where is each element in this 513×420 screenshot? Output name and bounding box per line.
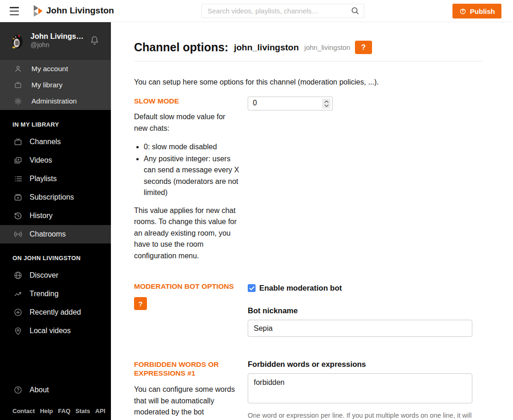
sidebar-item-label: Administration bbox=[31, 97, 77, 105]
section-title: IN MY LIBRARY bbox=[0, 121, 111, 128]
section-in-my-library: IN MY LIBRARY Channels bbox=[0, 121, 111, 243]
slow-mode-row: SLOW MODE Default slow mode value for ne… bbox=[134, 97, 483, 262]
instance-title[interactable]: John Livingston bbox=[46, 6, 114, 16]
sidebar-item-administration[interactable]: Administration bbox=[0, 93, 111, 109]
gear-icon bbox=[14, 97, 22, 105]
heading-divider bbox=[134, 61, 483, 61]
main-content: Channel options: john_livingston john_li… bbox=[111, 22, 513, 420]
enable-bot-checkbox[interactable] bbox=[248, 284, 256, 292]
sidebar-item-channels[interactable]: Channels bbox=[0, 133, 111, 151]
person-icon bbox=[14, 65, 22, 73]
sidebar-item-label: Channels bbox=[30, 138, 61, 146]
page-heading: Channel options: john_livingston john_li… bbox=[134, 41, 483, 54]
sidebar-item-label: History bbox=[30, 212, 53, 220]
user-area[interactable]: John Livings… @john bbox=[0, 22, 111, 59]
app-window: John Livingston Publish bbox=[0, 0, 513, 420]
sidebar-item-subscriptions[interactable]: Subscriptions bbox=[0, 188, 111, 207]
menu-toggle-icon[interactable] bbox=[10, 7, 19, 15]
search-input[interactable] bbox=[202, 4, 364, 18]
search-icon[interactable] bbox=[350, 6, 360, 15]
top-bar: John Livingston Publish bbox=[0, 0, 513, 22]
map-pin-home-icon bbox=[13, 326, 23, 335]
forbidden-words-title: FORBIDDEN WORDS OR EXPRESSIONS #1 bbox=[134, 360, 239, 377]
enable-bot-checkbox-row: Enable moderation bot bbox=[248, 284, 472, 292]
sidebar-item-recently-added[interactable]: Recently added bbox=[0, 303, 111, 322]
trending-icon bbox=[13, 289, 23, 298]
sidebar-item-label: Local videos bbox=[30, 327, 71, 335]
upload-icon bbox=[459, 7, 467, 15]
sidebar-item-discover[interactable]: Discover bbox=[0, 266, 111, 285]
sidebar-item-label: Recently added bbox=[30, 308, 81, 317]
sidebar-footer: Contact Help FAQ Stats API bbox=[0, 399, 111, 420]
section-title: ON JOHN LIVINGSTON bbox=[0, 255, 111, 262]
slow-mode-title: SLOW MODE bbox=[134, 97, 239, 105]
sidebar-item-label: Playlists bbox=[30, 175, 57, 183]
question-circle-icon bbox=[13, 385, 23, 395]
sidebar-item-about[interactable]: About bbox=[0, 381, 111, 399]
sidebar-item-label: My account bbox=[31, 65, 68, 73]
sidebar-item-local-videos[interactable]: Local videos bbox=[0, 322, 111, 340]
avatar[interactable] bbox=[8, 32, 26, 49]
list-item: Any positive integer: users can send a m… bbox=[144, 153, 239, 199]
peertube-logo-icon[interactable] bbox=[32, 5, 43, 17]
sidebar-item-label: Chatrooms bbox=[30, 230, 66, 238]
bot-nickname-input[interactable] bbox=[248, 320, 472, 337]
user-meta: John Livings… @john bbox=[31, 32, 84, 49]
moderation-bot-row: MODERATION BOT OPTIONS ? Enable moderati… bbox=[134, 282, 483, 337]
sidebar-item-playlists[interactable]: Playlists bbox=[0, 170, 111, 188]
user-name: John Livings… bbox=[31, 32, 84, 41]
search-box bbox=[202, 4, 364, 18]
forbidden-words-textarea[interactable]: forbidden bbox=[248, 373, 472, 403]
tv-icon bbox=[14, 81, 22, 89]
list-item: 0: slow mode disabled bbox=[144, 141, 239, 153]
sidebar-item-chatrooms[interactable]: Chatrooms bbox=[0, 225, 111, 243]
section-on-instance: ON JOHN LIVINGSTON Discover bbox=[0, 255, 111, 340]
playlists-icon bbox=[13, 174, 23, 183]
forbidden-words-description: You can configure some words that will b… bbox=[134, 384, 239, 420]
account-menu: My account My library bbox=[0, 59, 111, 110]
moderation-bot-help-button[interactable]: ? bbox=[134, 297, 147, 310]
sidebar-item-label: Discover bbox=[30, 271, 58, 280]
globe-icon bbox=[13, 271, 23, 280]
number-spinner[interactable] bbox=[322, 99, 330, 109]
footer-link-contact[interactable]: Contact bbox=[12, 408, 35, 414]
sidebar-item-history[interactable]: History bbox=[0, 207, 111, 225]
sidebar-item-label: Subscriptions bbox=[30, 193, 74, 201]
user-handle: @john bbox=[31, 41, 84, 49]
enable-bot-label[interactable]: Enable moderation bot bbox=[259, 284, 342, 292]
plus-circle-icon bbox=[13, 308, 23, 317]
forbidden-words-helper: One word or expression per line. If you … bbox=[248, 410, 472, 420]
slow-mode-value: 0 bbox=[253, 99, 257, 107]
sidebar-item-videos[interactable]: Videos bbox=[0, 151, 111, 170]
sidebar-item-label: Trending bbox=[30, 290, 59, 298]
bot-nickname-label: Bot nickname bbox=[248, 306, 472, 315]
slow-mode-description: Default slow mode value for new chats: bbox=[134, 111, 239, 134]
footer-link-stats[interactable]: Stats bbox=[75, 408, 90, 414]
publish-button[interactable]: Publish bbox=[452, 4, 501, 18]
sidebar-item-label: About bbox=[30, 386, 49, 394]
broadcast-icon bbox=[13, 230, 23, 239]
intro-text: You can setup here some options for this… bbox=[134, 78, 483, 86]
sidebar-item-my-library[interactable]: My library bbox=[0, 77, 111, 93]
channel-name: john_livingston bbox=[234, 43, 299, 53]
sidebar-item-label: Videos bbox=[30, 156, 52, 164]
page-title: Channel options: bbox=[134, 41, 228, 54]
sidebar: John Livings… @john bbox=[0, 22, 111, 420]
footer-link-help[interactable]: Help bbox=[40, 408, 53, 414]
sidebar-item-my-account[interactable]: My account bbox=[0, 61, 111, 77]
channels-icon bbox=[13, 137, 23, 146]
slow-mode-note: This value applies for new chat rooms. T… bbox=[134, 205, 239, 262]
help-button[interactable]: ? bbox=[355, 41, 372, 54]
slow-mode-options-list: 0: slow mode disabled Any positive integ… bbox=[144, 141, 239, 199]
sidebar-item-trending[interactable]: Trending bbox=[0, 285, 111, 303]
sidebar-item-label: My library bbox=[31, 81, 62, 89]
subscriptions-icon bbox=[13, 193, 23, 202]
slow-mode-input[interactable]: 0 bbox=[248, 97, 333, 110]
channel-name-secondary: john_livingston bbox=[305, 43, 350, 51]
publish-label: Publish bbox=[470, 7, 495, 15]
history-icon bbox=[13, 211, 23, 220]
footer-link-api[interactable]: API bbox=[95, 408, 105, 414]
footer-link-faq[interactable]: FAQ bbox=[58, 408, 71, 414]
notifications-bell-icon[interactable] bbox=[89, 34, 100, 46]
videos-icon bbox=[13, 156, 23, 165]
